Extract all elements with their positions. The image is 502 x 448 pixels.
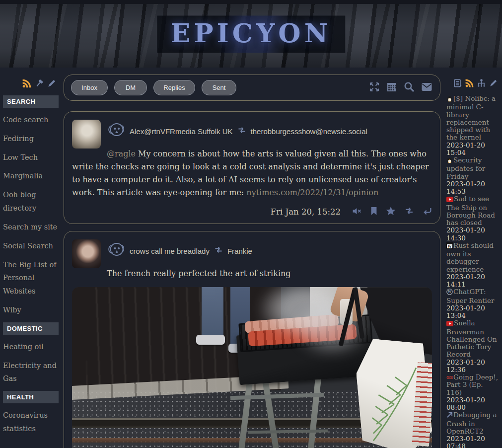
tab-dm[interactable]: DM [114, 80, 147, 95]
boost-icon [214, 245, 223, 256]
sidebar-link-marginalia[interactable]: Marginalia [3, 169, 59, 183]
sidebar-link-ooh-blog[interactable]: Ooh blog directory [3, 188, 59, 215]
post-content: @ragle My concern is about how the arts … [72, 148, 432, 199]
links-column: SEARCH Code search Fediring Low Tech Mar… [3, 75, 59, 441]
newswire-date: 2023-01-20 08:00 [446, 396, 499, 412]
external-link-icon [446, 412, 453, 420]
newswire-title[interactable]: Going Deep!, Part 3 (Ep. 116) [446, 373, 498, 396]
mail-icon[interactable] [421, 81, 433, 95]
newswire-date: 2023-01-20 14:30 [446, 226, 499, 242]
sidebar-link-fediring[interactable]: Fediring [3, 132, 59, 146]
newswire-item: Security updates for Friday 2023-01-20 1… [446, 156, 499, 195]
sidebar-link-social-search[interactable]: Social Search [3, 239, 59, 253]
mention-link[interactable]: @ragle [107, 149, 136, 158]
mute-icon[interactable] [352, 207, 362, 218]
page-content: SEARCH Code search Fediring Low Tech Mar… [0, 68, 502, 448]
penguin-icon [446, 95, 453, 103]
avatar[interactable] [72, 120, 101, 149]
newswire-title[interactable]: Sad to see The Ship on Borough Road has … [446, 195, 495, 226]
newswire-date: 2023-01-20 12:36 [446, 359, 499, 374]
section-header-domestic: DOMESTIC [3, 322, 59, 335]
sitemap-icon[interactable] [477, 78, 486, 90]
edit-pen-icon[interactable] [47, 78, 57, 90]
newswire-title[interactable]: ChatGPT: Super Rentier [446, 288, 494, 304]
avatar[interactable] [72, 239, 101, 268]
hammer-icon[interactable] [34, 78, 44, 90]
sidebar-link-electricity-gas[interactable]: Electricity and Gas [3, 359, 59, 386]
sidebar-link-coronavirus[interactable]: Coronavirus statistics [3, 409, 59, 436]
sidebar-link-wiby[interactable]: Wiby [3, 303, 59, 317]
youtube-icon [446, 196, 453, 204]
gs-favicon-icon: GS [446, 375, 453, 380]
post-content: The french really perfected the art of s… [72, 267, 432, 280]
reply-icon[interactable] [423, 207, 432, 218]
timeline-tabs: Inbox DM Replies Sent [71, 80, 236, 95]
post-via-handle[interactable]: therobburgessshow@newsie.social [251, 127, 367, 136]
sidebar-link-low-tech[interactable]: Low Tech [3, 151, 59, 164]
expand-icon[interactable] [368, 81, 380, 95]
w-favicon-icon: W [446, 242, 453, 250]
newswire-item: GSGoing Deep!, Part 3 (Ep. 116) 2023-01-… [446, 373, 499, 411]
sidebar-link-code-search[interactable]: Code search [3, 113, 59, 127]
wordpress-icon: W [446, 289, 453, 297]
newswire-title[interactable]: Suella Braverman Challenged On Pathetic … [446, 319, 497, 358]
article-link[interactable]: nytimes.com/2022/12/31/opinion [246, 188, 378, 197]
tab-replies[interactable]: Replies [153, 80, 195, 95]
newswire-column: [$] Nolibc: a minimal C-library replacem… [446, 75, 500, 448]
instance-banner[interactable]: EPICYON [0, 4, 502, 68]
post-image[interactable] [72, 287, 432, 448]
edit-pen-icon[interactable] [489, 78, 498, 90]
newswire-doc-icon[interactable] [453, 78, 462, 90]
penguin-icon [446, 157, 453, 165]
tab-sent[interactable]: Sent [202, 80, 236, 95]
post-footer: Fri Jan 20, 15:22 [72, 206, 432, 218]
dog-icon[interactable] [107, 241, 126, 260]
dog-icon[interactable] [107, 122, 126, 141]
newswire-item: WRust should own its debugger experience… [446, 242, 499, 289]
youtube-icon [446, 320, 453, 328]
newswire-title[interactable]: Debugging a Crash in OpenRCT2 [446, 411, 497, 435]
timeline-column: Inbox DM Replies Sent [64, 75, 440, 448]
post-text: The french really perfected the art of s… [107, 269, 291, 278]
newswire-column-icons [446, 78, 498, 90]
tab-inbox[interactable]: Inbox [71, 80, 108, 95]
star-icon[interactable] [386, 206, 396, 218]
sidebar-link-search-my-site[interactable]: Search my site [3, 221, 59, 234]
newswire-item: Debugging a Crash in OpenRCT2 2023-01-20… [446, 411, 499, 448]
sidebar-link-heating-oil[interactable]: Heating oil [3, 340, 59, 354]
rss-icon[interactable] [465, 78, 474, 90]
post-author-handle[interactable]: crows call me breadlady [130, 247, 210, 255]
post-via-handle[interactable]: Frankie [227, 247, 252, 255]
scene-sneaker [196, 335, 225, 345]
newswire-date: 2023-01-20 14:11 [446, 273, 499, 289]
post-2: crows call me breadlady Frankie The fren… [64, 231, 440, 448]
bookmark-icon[interactable] [370, 207, 378, 218]
newswire-title[interactable]: [$] Nolibc: a minimal C-library replacem… [446, 94, 496, 141]
boost-action-icon[interactable] [404, 206, 415, 218]
svg-text:W: W [448, 244, 452, 249]
newswire-date: 2023-01-20 07:48 [446, 435, 499, 448]
post-header: Alex@rtnVFRmedia Suffolk UK therobburges… [107, 119, 432, 141]
rss-icon[interactable] [22, 78, 32, 90]
newswire-date: 2023-01-20 14:53 [446, 180, 499, 196]
newswire-item: Suella Braverman Challenged On Pathetic … [446, 319, 499, 373]
sidebar-link-big-list[interactable]: The Big List of Personal Websites [3, 258, 59, 298]
post-1: Alex@rtnVFRmedia Suffolk UK therobburges… [64, 111, 440, 224]
newswire-item: [$] Nolibc: a minimal C-library replacem… [446, 95, 499, 156]
boost-icon [237, 126, 247, 137]
post-author-handle[interactable]: Alex@rtnVFRmedia Suffolk UK [130, 127, 233, 136]
section-header-health: HEALTH [3, 391, 59, 403]
timeline-header-icons [368, 81, 433, 95]
section-header-search: SEARCH [3, 95, 59, 108]
newswire-title[interactable]: Rust should own its debugger experience [446, 241, 494, 273]
svg-text:W: W [448, 290, 452, 295]
scene-person-leg [202, 287, 223, 339]
newswire-item: Sad to see The Ship on Borough Road has … [446, 195, 499, 242]
instance-title: EPICYON [157, 16, 345, 53]
search-icon[interactable] [403, 81, 415, 95]
calendar-icon[interactable] [386, 81, 398, 95]
newswire-item: WChatGPT: Super Rentier 2023-01-20 13:04 [446, 288, 499, 319]
newswire-date: 2023-01-20 15:04 [446, 142, 499, 157]
top-strip [0, 0, 502, 4]
post-timestamp[interactable]: Fri Jan 20, 15:22 [271, 207, 341, 217]
